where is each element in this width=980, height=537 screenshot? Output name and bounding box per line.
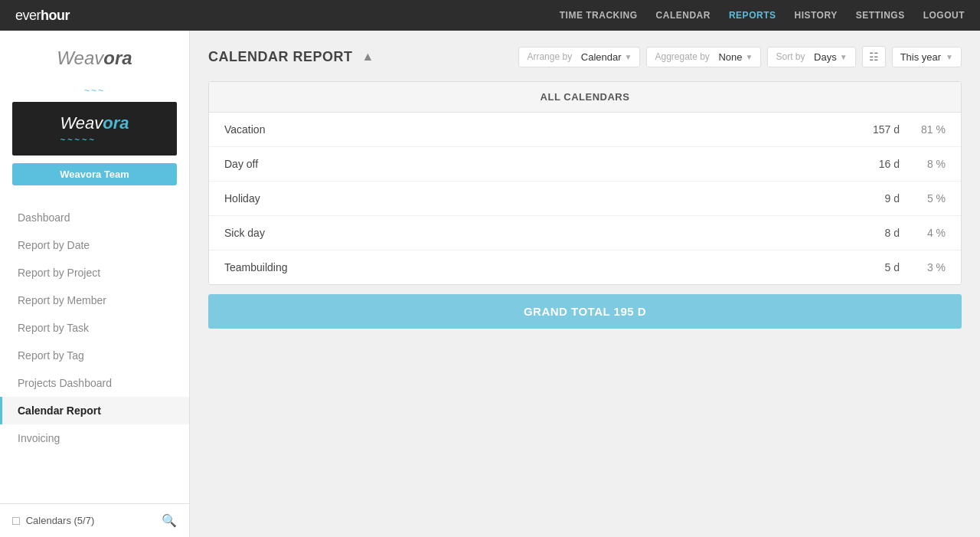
calendars-section: □ Calendars (5/7) 🔍: [0, 503, 189, 537]
row-days: 5 d: [838, 261, 900, 273]
arrange-value: Calendar: [581, 51, 622, 63]
row-name: Holiday: [224, 192, 838, 205]
report-table: ALL CALENDARS Vacation 157 d 81 % Day of…: [208, 81, 962, 285]
search-calendars-icon[interactable]: 🔍: [162, 513, 177, 528]
main-content: CALENDAR REPORT ▲ Arrange by Calendar ▼ …: [190, 31, 980, 537]
sidebar-item-invoicing[interactable]: Invoicing: [0, 424, 189, 452]
row-pct: 4 %: [900, 227, 946, 239]
arrange-label: Arrange by: [527, 51, 572, 62]
date-range-value: This year: [900, 51, 941, 63]
sidebar-item-report-by-tag[interactable]: Report by Tag: [0, 342, 189, 369]
sidebar-item-report-by-date[interactable]: Report by Date: [0, 231, 189, 259]
company-logo-text: Weavora: [45, 43, 145, 77]
top-navigation: everhour TIME TRACKING CALENDAR REPORTS …: [0, 0, 980, 31]
app-logo: everhour: [15, 8, 70, 24]
row-days: 16 d: [838, 158, 900, 170]
collapse-calendars-icon[interactable]: □: [12, 514, 20, 528]
aggregate-chevron-icon: ▼: [746, 53, 753, 61]
sidebar-nav: Dashboard Report by Date Report by Proje…: [0, 198, 189, 503]
header-controls: Arrange by Calendar ▼ Aggregate by None …: [518, 46, 962, 67]
table-row: Day off 16 d 8 %: [209, 147, 961, 182]
arrange-by-control[interactable]: Arrange by Calendar ▼: [518, 47, 640, 67]
calendar-grid-icon[interactable]: ☷: [862, 46, 886, 67]
aggregate-label: Aggregate by: [655, 51, 709, 62]
date-range-chevron-icon: ▼: [946, 53, 953, 61]
nav-reports[interactable]: REPORTS: [729, 10, 776, 21]
table-row: Vacation 157 d 81 %: [209, 113, 961, 147]
sort-label: Sort by: [776, 51, 805, 62]
page-header: CALENDAR REPORT ▲ Arrange by Calendar ▼ …: [208, 46, 962, 67]
aggregate-value: None: [718, 51, 742, 63]
sort-chevron-icon: ▼: [840, 53, 848, 61]
sidebar: Weavora ~~~ Weavora ~~~~~ Weavora Team D…: [0, 31, 190, 537]
row-name: Teambuilding: [224, 261, 838, 273]
sidebar-item-projects-dashboard[interactable]: Projects Dashboard: [0, 369, 189, 397]
table-row: Holiday 9 d 5 %: [209, 182, 961, 216]
row-pct: 3 %: [900, 261, 946, 273]
date-range-selector[interactable]: This year ▼: [892, 47, 962, 67]
nav-history[interactable]: HISTORY: [794, 10, 837, 21]
sort-by-control[interactable]: Sort by Days ▼: [767, 47, 855, 67]
nav-settings[interactable]: SETTINGS: [856, 10, 905, 21]
table-header: ALL CALENDARS: [209, 82, 961, 113]
nav-time-tracking[interactable]: TIME TRACKING: [560, 10, 638, 21]
row-name: Day off: [224, 158, 838, 170]
aggregate-by-control[interactable]: Aggregate by None ▼: [646, 47, 761, 67]
table-row: Sick day 8 d 4 %: [209, 216, 961, 250]
row-name: Sick day: [224, 227, 838, 239]
nav-calendar[interactable]: CALENDAR: [656, 10, 710, 21]
nav-logout[interactable]: LOGOUT: [923, 10, 965, 21]
team-section: Weavora ~~~ Weavora ~~~~~ Weavora Team: [0, 31, 189, 198]
sidebar-item-dashboard[interactable]: Dashboard: [0, 204, 189, 231]
row-days: 157 d: [838, 123, 900, 136]
sidebar-item-calendar-report[interactable]: Calendar Report: [0, 397, 189, 424]
sidebar-item-report-by-member[interactable]: Report by Member: [0, 287, 189, 314]
sort-value: Days: [814, 51, 837, 63]
table-row: Teambuilding 5 d 3 %: [209, 250, 961, 284]
arrange-chevron-icon: ▼: [625, 53, 632, 61]
page-title: CALENDAR REPORT: [208, 49, 353, 65]
grand-total: GRAND TOTAL 195 d: [208, 294, 962, 329]
row-days: 8 d: [838, 227, 900, 239]
company-banner: Weavora ~~~~~: [12, 102, 177, 156]
row-pct: 5 %: [900, 192, 946, 205]
nav-links: TIME TRACKING CALENDAR REPORTS HISTORY S…: [560, 10, 965, 21]
row-pct: 81 %: [900, 123, 946, 136]
row-name: Vacation: [224, 123, 838, 136]
row-pct: 8 %: [900, 158, 946, 170]
calendars-label: Calendars (5/7): [26, 515, 95, 526]
team-name-button[interactable]: Weavora Team: [12, 163, 177, 185]
row-days: 9 d: [838, 192, 900, 205]
report-icon: ▲: [362, 50, 374, 64]
sidebar-item-report-by-task[interactable]: Report by Task: [0, 314, 189, 342]
sidebar-item-report-by-project[interactable]: Report by Project: [0, 259, 189, 287]
